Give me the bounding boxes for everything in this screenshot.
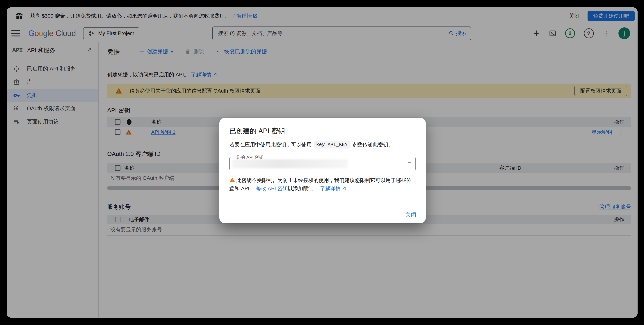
dialog-learn-more-link[interactable]: 了解详情 xyxy=(320,186,346,191)
dialog-body-prefix: 若要在应用中使用此密钥，可以使用 xyxy=(229,141,312,148)
edit-api-key-label: 修改 API 密钥 xyxy=(256,186,288,191)
dialog-warning-mid: 以添加限制。 xyxy=(288,186,318,191)
api-key-param-code: key=API_KEY xyxy=(314,141,350,149)
dialog-title: 已创建的 API 密钥 xyxy=(229,126,285,136)
redacted-api-key xyxy=(232,159,348,168)
dialog-warning: 此密钥不受限制。为防止未经授权的使用，我们建议您限制它可以用于哪些位置和 API… xyxy=(229,176,416,193)
api-key-field[interactable]: 您的 API 密钥 xyxy=(229,157,416,170)
warning-icon xyxy=(229,177,235,183)
external-link-icon xyxy=(341,186,346,191)
edit-api-key-link[interactable]: 修改 API 密钥 xyxy=(256,186,288,191)
dialog-body-suffix: 参数传递此密钥。 xyxy=(352,141,393,148)
copy-icon[interactable] xyxy=(406,160,412,167)
dialog-learn-more-label: 了解详情 xyxy=(320,186,340,191)
api-key-created-dialog: 已创建的 API 密钥 若要在应用中使用此密钥，可以使用 key=API_KEY… xyxy=(220,118,426,223)
dialog-body: 若要在应用中使用此密钥，可以使用 key=API_KEY 参数传递此密钥。 xyxy=(229,141,393,149)
browser-viewport: 获享 $300 赠金，开始免费试用。请放心，如果您的赠金用尽，我们不会向您收取费… xyxy=(6,7,638,318)
dialog-close-button[interactable]: 关闭 xyxy=(406,211,416,218)
